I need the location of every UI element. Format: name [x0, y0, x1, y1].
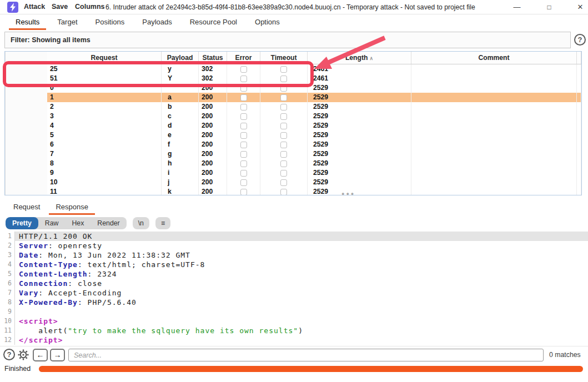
table-scrollbar[interactable] [5, 64, 47, 74]
error-checkbox[interactable] [240, 179, 247, 186]
table-row[interactable]: 7g2002529 [5, 149, 581, 159]
previous-match-button[interactable]: ← [33, 349, 48, 361]
mode-raw-button[interactable]: Raw [38, 217, 66, 229]
error-checkbox[interactable] [240, 123, 247, 129]
mode-render-button[interactable]: Render [91, 217, 126, 229]
next-match-button[interactable]: → [50, 349, 65, 361]
error-checkbox[interactable] [240, 66, 247, 73]
search-input[interactable] [68, 349, 544, 361]
table-row[interactable]: 8h2002529 [5, 159, 581, 168]
newline-toggle-button[interactable]: \n [133, 217, 149, 229]
timeout-checkbox[interactable] [280, 94, 287, 101]
table-row[interactable]: 25y3022461 [5, 64, 581, 74]
column-header-timeout[interactable]: Timeout [260, 52, 308, 64]
table-scrollbar[interactable] [5, 187, 47, 195]
help-icon[interactable]: ? [574, 34, 586, 46]
timeout-checkbox[interactable] [280, 132, 287, 139]
code-segment-tag: <script> [19, 317, 58, 325]
timeout-checkbox[interactable] [280, 85, 287, 92]
timeout-checkbox[interactable] [280, 104, 287, 110]
error-checkbox[interactable] [240, 94, 247, 101]
timeout-checkbox[interactable] [280, 66, 287, 73]
table-scrollbar[interactable] [5, 168, 47, 178]
filter-bar[interactable]: Filter: Showing all items [4, 32, 571, 48]
tab-request[interactable]: Request [6, 199, 48, 215]
error-checkbox[interactable] [240, 132, 247, 139]
tab-target[interactable]: Target [48, 15, 86, 30]
cell-extra [577, 140, 581, 149]
table-row[interactable]: 2b2002529 [5, 102, 581, 112]
table-scrollbar[interactable] [5, 149, 47, 159]
table-scrollbar[interactable] [5, 112, 47, 121]
table-scrollbar[interactable] [5, 130, 47, 140]
table-scrollbar[interactable] [5, 93, 47, 102]
mode-hex-button[interactable]: Hex [65, 217, 91, 229]
timeout-checkbox[interactable] [280, 113, 287, 120]
error-checkbox[interactable] [240, 113, 247, 120]
table-row[interactable]: 11k2002529 [5, 187, 581, 195]
column-header-payload[interactable]: Payload [162, 52, 199, 64]
error-checkbox[interactable] [240, 104, 247, 110]
tab-results[interactable]: Results [7, 15, 48, 30]
column-header-request[interactable]: Request [47, 52, 162, 64]
editor-menu-icon[interactable]: ≡ [155, 217, 170, 229]
mode-pretty-button[interactable]: Pretty [6, 217, 38, 229]
close-button[interactable]: ✕ [573, 1, 587, 14]
table-row[interactable]: 9i2002529 [5, 168, 581, 178]
table-scrollbar[interactable] [5, 102, 47, 112]
minimize-button[interactable]: — [510, 1, 524, 14]
timeout-checkbox[interactable] [280, 179, 287, 186]
tab-positions[interactable]: Positions [87, 15, 134, 30]
menu-columns[interactable]: Columns [75, 3, 104, 11]
error-checkbox[interactable] [240, 151, 247, 158]
table-scrollbar[interactable] [5, 74, 47, 83]
maximize-button[interactable]: □ [542, 1, 556, 14]
timeout-checkbox[interactable] [280, 142, 287, 148]
menu-attack[interactable]: Attack [24, 3, 45, 11]
menu-save[interactable]: Save [52, 3, 68, 11]
cell-extra [577, 74, 581, 83]
timeout-checkbox[interactable] [280, 151, 287, 158]
table-scrollbar[interactable] [5, 140, 47, 149]
timeout-checkbox[interactable] [280, 76, 287, 82]
table-row[interactable]: 1a2002529 [5, 93, 581, 102]
cell-length: 2529 [308, 130, 411, 140]
table-row[interactable]: 6f2002529 [5, 140, 581, 149]
table-scrollbar[interactable] [5, 178, 47, 187]
table-row[interactable]: 10j2002529 [5, 178, 581, 187]
tab-resource-pool[interactable]: Resource Pool [181, 15, 246, 30]
column-header-comment[interactable]: Comment [411, 52, 577, 64]
table-row[interactable]: 51Y3022461 [5, 74, 581, 83]
table-row[interactable]: 3c2002529 [5, 112, 581, 121]
table-row[interactable]: 4d2002529 [5, 121, 581, 130]
tab-payloads[interactable]: Payloads [133, 15, 180, 30]
column-header-length[interactable]: Length∧ [308, 52, 411, 64]
splitter-grip-icon[interactable]: ●●● [341, 191, 355, 197]
response-viewer[interactable]: 1HTTP/1.1 200 OK2Server: openresty3Date:… [0, 232, 588, 345]
timeout-checkbox[interactable] [280, 170, 287, 177]
error-checkbox[interactable] [240, 170, 247, 177]
column-header-error[interactable]: Error [227, 52, 260, 64]
column-header-status[interactable]: Status [199, 52, 227, 64]
error-checkbox[interactable] [240, 160, 247, 167]
table-row[interactable]: 02002529 [5, 83, 581, 93]
response-line: 7Vary: Accept-Encoding [0, 288, 588, 298]
settings-gear-icon[interactable] [17, 349, 29, 361]
table-row[interactable]: 5e2002529 [5, 130, 581, 140]
tab-response[interactable]: Response [48, 199, 96, 215]
table-scrollbar[interactable] [5, 121, 47, 130]
error-checkbox[interactable] [240, 189, 247, 195]
table-scrollbar[interactable] [5, 159, 47, 168]
line-content: HTTP/1.1 200 OK [14, 232, 588, 241]
tab-options[interactable]: Options [246, 15, 289, 30]
timeout-checkbox[interactable] [280, 123, 287, 129]
error-checkbox[interactable] [240, 85, 247, 92]
error-checkbox[interactable] [240, 142, 247, 148]
timeout-checkbox[interactable] [280, 189, 287, 195]
error-checkbox[interactable] [240, 76, 247, 82]
table-scrollbar[interactable] [5, 52, 47, 64]
column-header-blank[interactable] [577, 52, 581, 64]
search-help-icon[interactable]: ? [3, 349, 15, 360]
table-scrollbar[interactable] [5, 83, 47, 93]
timeout-checkbox[interactable] [280, 160, 287, 167]
